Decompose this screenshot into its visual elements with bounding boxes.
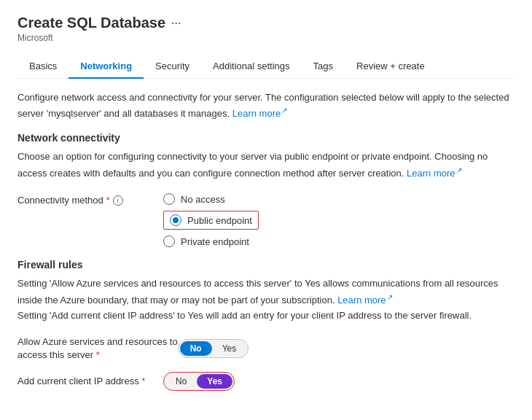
radio-public-endpoint-input[interactable] <box>170 214 181 226</box>
learn-more-link-3[interactable]: Learn more↗ <box>337 295 392 306</box>
learn-more-link-2[interactable]: Learn more↗ <box>407 168 461 179</box>
tab-navigation: Basics Networking Security Additional se… <box>17 55 515 79</box>
firewall-rules-title: Firewall rules <box>17 259 515 271</box>
connectivity-options: No access Public endpoint Private endpoi… <box>163 193 259 247</box>
info-icon[interactable]: i <box>113 195 123 206</box>
network-connectivity-desc: Choose an option for configuring connect… <box>17 149 515 182</box>
allow-azure-yes-btn[interactable]: Yes <box>212 341 247 356</box>
tab-additional-settings[interactable]: Additional settings <box>201 55 302 79</box>
tab-security[interactable]: Security <box>144 55 201 79</box>
radio-private-endpoint-label: Private endpoint <box>181 236 249 247</box>
external-link-icon-1: ↗ <box>281 105 287 116</box>
learn-more-link-1[interactable]: Learn more↗ <box>232 108 287 119</box>
connectivity-method-label: Connectivity method * i <box>17 193 163 206</box>
add-client-ip-no-btn[interactable]: No <box>165 374 197 389</box>
add-client-ip-yes-btn[interactable]: Yes <box>197 374 232 389</box>
firewall-desc-1: Setting 'Allow Azure services and resour… <box>17 276 515 324</box>
required-indicator: * <box>106 195 110 206</box>
radio-public-endpoint-label: Public endpoint <box>187 215 252 226</box>
allow-azure-required: * <box>96 349 100 360</box>
allow-azure-row: Allow Azure services and resources to ac… <box>17 335 515 362</box>
tab-basics[interactable]: Basics <box>17 55 69 79</box>
radio-public-endpoint[interactable]: Public endpoint <box>163 211 259 230</box>
radio-no-access-input[interactable] <box>163 193 175 205</box>
allow-azure-label: Allow Azure services and resources to ac… <box>17 335 178 362</box>
tab-tags[interactable]: Tags <box>302 55 345 79</box>
add-client-ip-toggle[interactable]: No Yes <box>163 372 235 391</box>
add-client-ip-label: Add current client IP address * <box>17 375 163 388</box>
allow-azure-toggle[interactable]: No Yes <box>178 339 249 358</box>
radio-private-endpoint-input[interactable] <box>163 236 175 247</box>
radio-private-endpoint[interactable]: Private endpoint <box>163 236 259 247</box>
intro-description: Configure network access and connectivit… <box>17 90 515 120</box>
network-connectivity-title: Network connectivity <box>17 132 515 144</box>
page-subtitle: Microsoft <box>17 33 515 43</box>
firewall-rules-section: Firewall rules Setting 'Allow Azure serv… <box>17 259 515 391</box>
add-client-ip-required: * <box>141 376 145 386</box>
tab-networking[interactable]: Networking <box>69 55 144 79</box>
external-link-icon-2: ↗ <box>456 165 462 176</box>
radio-no-access-label: No access <box>181 194 225 205</box>
external-link-icon-3: ↗ <box>387 292 393 303</box>
connectivity-method-row: Connectivity method * i No access Public… <box>17 193 515 247</box>
allow-azure-no-btn[interactable]: No <box>180 341 212 356</box>
ellipsis-menu-icon[interactable]: ··· <box>171 17 181 30</box>
page-title: Create SQL Database <box>17 15 165 31</box>
tab-review-create[interactable]: Review + create <box>345 55 437 79</box>
add-client-ip-row: Add current client IP address * No Yes <box>17 372 515 391</box>
radio-no-access[interactable]: No access <box>163 193 259 205</box>
